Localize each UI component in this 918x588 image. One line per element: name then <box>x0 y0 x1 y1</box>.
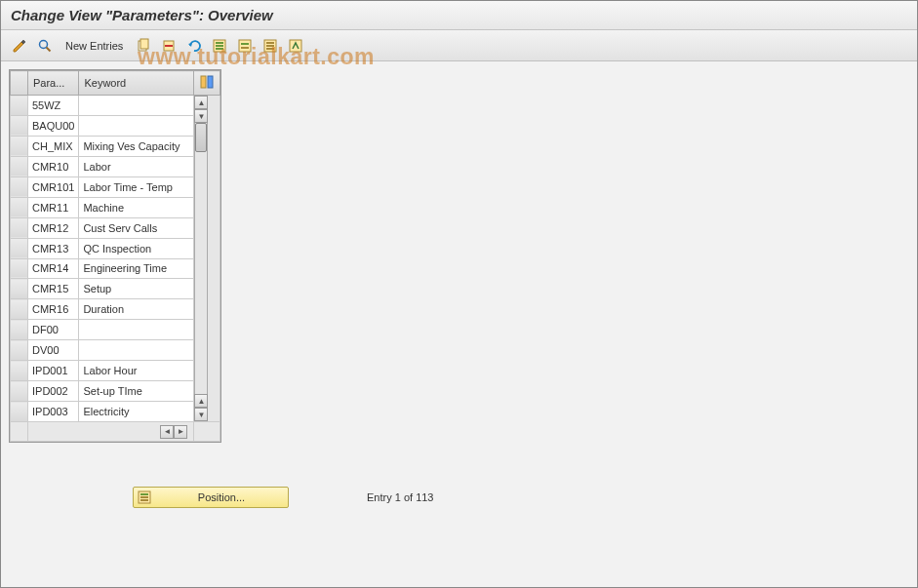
keyword-cell[interactable] <box>79 115 194 136</box>
column-header-param[interactable]: Para... <box>28 71 79 96</box>
table-row: CMR101Labor Time - Temp <box>11 176 220 197</box>
scroll-up-step-icon[interactable]: ▲ <box>194 394 208 408</box>
svg-point-0 <box>40 40 48 48</box>
row-selector[interactable] <box>11 361 28 381</box>
page-title: Change View "Parameters": Overview <box>11 7 907 23</box>
svg-rect-8 <box>216 45 223 47</box>
keyword-cell[interactable]: Machine <box>79 197 194 217</box>
row-selector[interactable] <box>11 381 28 402</box>
row-selector[interactable] <box>11 115 28 136</box>
param-cell[interactable]: DF00 <box>28 320 79 340</box>
parameters-table: Para... Keyword 55WZ▲▼▲▼BAQU00CH_MIXMixi… <box>9 69 221 443</box>
title-bar: Change View "Parameters": Overview <box>1 1 917 30</box>
find-icon[interactable] <box>34 35 56 57</box>
keyword-cell[interactable]: Duration <box>79 299 194 320</box>
row-selector[interactable] <box>11 279 28 299</box>
copy-as-icon[interactable] <box>133 35 154 57</box>
param-cell[interactable]: CMR14 <box>28 258 79 279</box>
new-entries-button[interactable]: New Entries <box>60 37 129 55</box>
table-row: CMR14Engineering Time <box>11 258 220 279</box>
print-icon[interactable] <box>285 35 306 57</box>
keyword-cell[interactable]: Mixing Ves Capacity <box>79 136 194 156</box>
scroll-down-step-icon[interactable]: ▼ <box>194 109 208 123</box>
keyword-cell[interactable]: Cust Serv Calls <box>79 217 194 238</box>
row-selector[interactable] <box>11 320 28 340</box>
select-all-icon[interactable] <box>209 35 230 57</box>
table-row: CMR15Setup <box>11 279 220 299</box>
param-cell[interactable]: DV00 <box>28 340 79 361</box>
param-cell[interactable]: CMR15 <box>28 279 79 299</box>
keyword-cell[interactable]: QC Inspection <box>79 238 194 258</box>
keyword-cell[interactable] <box>79 340 194 361</box>
svg-rect-18 <box>201 76 206 88</box>
svg-rect-22 <box>140 496 148 498</box>
row-selector[interactable] <box>11 176 28 197</box>
delete-icon[interactable] <box>158 35 180 57</box>
keyword-cell[interactable]: Setup <box>79 279 194 299</box>
svg-rect-10 <box>239 40 251 52</box>
row-selector[interactable] <box>11 340 28 361</box>
row-selector[interactable] <box>11 156 28 176</box>
content-area: Para... Keyword 55WZ▲▼▲▼BAQU00CH_MIXMixi… <box>1 61 917 454</box>
svg-rect-12 <box>241 47 249 49</box>
keyword-cell[interactable]: Labor <box>79 156 194 176</box>
select-block-icon[interactable] <box>234 35 256 57</box>
row-selector[interactable] <box>11 258 28 279</box>
table-row: DV00 <box>11 340 220 361</box>
undo-change-icon[interactable] <box>183 35 205 57</box>
param-cell[interactable]: IPD002 <box>28 381 79 402</box>
row-selector[interactable] <box>11 197 28 217</box>
param-cell[interactable]: CH_MIX <box>28 136 79 156</box>
position-area: Position... Entry 1 of 113 <box>133 487 434 508</box>
svg-rect-21 <box>140 493 148 495</box>
vertical-scrollbar[interactable]: ▲▼▲▼ <box>194 96 220 422</box>
svg-rect-16 <box>266 48 274 50</box>
svg-rect-14 <box>266 42 274 44</box>
column-header-keyword[interactable]: Keyword <box>79 71 194 96</box>
row-selector[interactable] <box>11 136 28 156</box>
param-cell[interactable]: CMR12 <box>28 217 79 238</box>
scroll-track[interactable] <box>194 123 208 394</box>
table-row: CMR11Machine <box>11 197 220 217</box>
toggle-display-change-icon[interactable] <box>9 35 30 57</box>
param-cell[interactable]: CMR11 <box>28 197 79 217</box>
row-selector[interactable] <box>11 402 28 422</box>
position-icon <box>138 490 151 504</box>
keyword-cell[interactable]: Electricity <box>79 402 194 422</box>
param-cell[interactable]: IPD003 <box>28 402 79 422</box>
select-all-column-header[interactable] <box>11 71 28 96</box>
svg-line-1 <box>47 47 51 51</box>
row-selector[interactable] <box>11 217 28 238</box>
deselect-all-icon[interactable] <box>259 35 281 57</box>
table-row: CMR13QC Inspection <box>11 238 220 258</box>
param-cell[interactable]: CMR101 <box>28 176 79 197</box>
horizontal-scroll-left-icon[interactable]: ◄ <box>160 425 174 439</box>
param-cell[interactable]: CMR10 <box>28 156 79 176</box>
row-selector[interactable] <box>11 96 28 116</box>
svg-rect-3 <box>140 39 148 49</box>
table-configuration-header[interactable] <box>194 71 220 96</box>
keyword-cell[interactable]: Labor Time - Temp <box>79 176 194 197</box>
row-selector[interactable] <box>11 299 28 320</box>
keyword-cell[interactable]: Engineering Time <box>79 258 194 279</box>
row-selector[interactable] <box>11 238 28 258</box>
position-button[interactable]: Position... <box>133 487 289 508</box>
keyword-cell[interactable] <box>79 96 194 116</box>
svg-rect-9 <box>216 48 223 50</box>
horizontal-scroll-right-icon[interactable]: ► <box>174 425 187 439</box>
toolbar: New Entries <box>1 30 917 61</box>
position-button-label: Position... <box>159 491 284 503</box>
keyword-cell[interactable] <box>79 320 194 340</box>
table-row: CMR10Labor <box>11 156 220 176</box>
keyword-cell[interactable]: Labor Hour <box>79 361 194 381</box>
param-cell[interactable]: CMR13 <box>28 238 79 258</box>
param-cell[interactable]: 55WZ <box>28 96 79 116</box>
keyword-cell[interactable]: Set-up TIme <box>79 381 194 402</box>
table-row: BAQU00 <box>11 115 220 136</box>
scroll-up-icon[interactable]: ▲ <box>194 96 208 109</box>
param-cell[interactable]: IPD001 <box>28 361 79 381</box>
scroll-down-icon[interactable]: ▼ <box>194 408 208 421</box>
param-cell[interactable]: BAQU00 <box>28 115 79 136</box>
param-cell[interactable]: CMR16 <box>28 299 79 320</box>
scroll-thumb[interactable] <box>195 123 207 152</box>
